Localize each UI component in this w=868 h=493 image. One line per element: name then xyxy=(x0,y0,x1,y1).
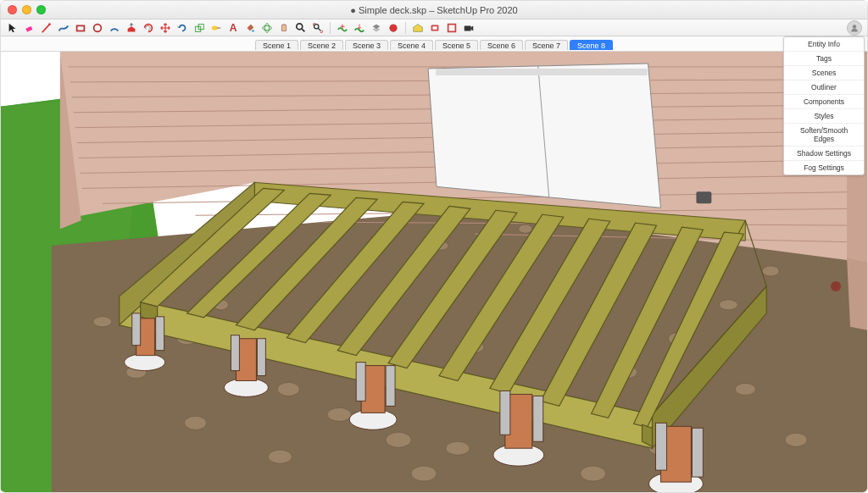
offset-tool[interactable] xyxy=(142,21,155,35)
svg-rect-0 xyxy=(25,25,32,31)
svg-point-3 xyxy=(94,24,102,31)
arc-tool[interactable] xyxy=(108,21,121,35)
scene-tab[interactable]: Scene 5 xyxy=(435,40,478,50)
svg-point-42 xyxy=(185,416,207,429)
text-tool[interactable]: A xyxy=(226,21,240,35)
line-tool[interactable] xyxy=(40,21,53,35)
scale-tool[interactable] xyxy=(192,21,206,35)
svg-point-9 xyxy=(264,23,269,32)
scene-tab[interactable]: Scene 6 xyxy=(480,40,523,50)
svg-point-53 xyxy=(125,354,165,371)
toolbar-separator xyxy=(405,22,406,34)
main-toolbar: A xyxy=(1,19,867,36)
tray-item-outliner[interactable]: Outliner xyxy=(784,80,864,95)
svg-point-47 xyxy=(519,224,532,233)
freehand-tool[interactable] xyxy=(57,21,70,35)
scene-tab[interactable]: Scene 1 xyxy=(255,40,298,50)
svg-rect-55 xyxy=(132,313,141,346)
svg-point-26 xyxy=(327,407,351,421)
svg-rect-64 xyxy=(386,366,395,407)
svg-rect-51 xyxy=(696,191,711,203)
svg-rect-71 xyxy=(655,423,666,470)
user-account-button[interactable] xyxy=(847,20,862,36)
tray-item-entity-info[interactable]: Entity Info xyxy=(784,37,864,52)
svg-point-27 xyxy=(386,432,411,447)
scene-tab[interactable]: Scene 4 xyxy=(390,40,433,50)
svg-rect-63 xyxy=(356,363,365,402)
minimize-window-button[interactable] xyxy=(22,5,31,14)
svg-point-13 xyxy=(390,24,398,31)
close-window-button[interactable] xyxy=(8,5,17,14)
scene-tab[interactable]: Scene 3 xyxy=(345,40,388,50)
svg-rect-56 xyxy=(156,317,164,351)
zoom-tool[interactable] xyxy=(294,21,308,35)
pan-tool[interactable] xyxy=(277,21,291,35)
rectangle-tool[interactable] xyxy=(74,21,87,35)
svg-point-8 xyxy=(263,25,272,30)
scene-tab[interactable]: Scene 7 xyxy=(525,40,568,50)
tray-item-tags[interactable]: Tags xyxy=(784,52,864,66)
tape-measure-tool[interactable] xyxy=(209,21,223,35)
svg-point-28 xyxy=(446,441,470,455)
zoom-extents-tool[interactable] xyxy=(311,21,325,35)
svg-point-18 xyxy=(853,25,857,29)
scene-tabs: Scene 1 Scene 2 Scene 3 Scene 4 Scene 5 … xyxy=(1,36,867,52)
color-pick-tool[interactable] xyxy=(387,21,400,35)
svg-point-40 xyxy=(411,466,437,481)
orbit-tool[interactable] xyxy=(260,21,274,35)
svg-rect-67 xyxy=(500,391,510,435)
eraser-tool[interactable] xyxy=(23,21,36,35)
sandbox-add-tool[interactable] xyxy=(336,21,349,35)
svg-rect-68 xyxy=(533,396,543,441)
warehouse-button[interactable] xyxy=(411,21,425,35)
toolbar-separator xyxy=(330,22,331,34)
circle-tool[interactable] xyxy=(91,21,104,35)
svg-point-1 xyxy=(48,23,51,25)
layout-button[interactable] xyxy=(445,21,459,35)
svg-point-34 xyxy=(762,266,779,276)
tray-item-styles[interactable]: Styles xyxy=(784,109,864,124)
svg-rect-59 xyxy=(231,335,239,371)
outer-shell-tool[interactable] xyxy=(370,21,383,35)
move-tool[interactable] xyxy=(159,21,172,35)
svg-point-39 xyxy=(581,466,606,481)
window-controls xyxy=(8,5,46,14)
window-title: ● Simple deck.skp – SketchUp Pro 2020 xyxy=(350,5,517,15)
svg-point-7 xyxy=(252,30,254,32)
svg-rect-17 xyxy=(465,25,471,30)
svg-rect-2 xyxy=(77,25,85,30)
app-window: ● Simple deck.skp – SketchUp Pro 2020 A xyxy=(0,0,868,493)
svg-point-10 xyxy=(297,23,303,29)
svg-point-33 xyxy=(719,300,737,310)
svg-rect-60 xyxy=(257,339,265,376)
select-tool[interactable] xyxy=(6,21,19,35)
sandbox-drape-tool[interactable] xyxy=(353,21,366,35)
scene-tab[interactable]: Scene 8 xyxy=(570,40,613,50)
titlebar: ● Simple deck.skp – SketchUp Pro 2020 xyxy=(1,1,867,19)
tray-item-fog-settings[interactable]: Fog Settings xyxy=(784,161,864,174)
scene-tab[interactable]: Scene 2 xyxy=(300,40,343,50)
rotate-tool[interactable] xyxy=(175,21,189,35)
tray-item-scenes[interactable]: Scenes xyxy=(784,66,864,80)
extension-warehouse-button[interactable] xyxy=(428,21,442,35)
default-tray: Entity Info Tags Scenes Outliner Compone… xyxy=(783,36,865,175)
model-viewport[interactable] xyxy=(1,52,867,492)
svg-point-25 xyxy=(277,382,299,396)
svg-rect-15 xyxy=(432,26,437,30)
paint-bucket-tool[interactable] xyxy=(243,21,257,35)
svg-rect-16 xyxy=(448,24,456,31)
maximize-window-button[interactable] xyxy=(36,5,46,14)
svg-point-41 xyxy=(268,450,292,463)
tray-item-soften-smooth[interactable]: Soften/Smooth Edges xyxy=(784,124,864,147)
svg-point-52 xyxy=(831,281,841,291)
svg-point-44 xyxy=(93,317,112,327)
push-pull-tool[interactable] xyxy=(125,21,138,35)
svg-point-37 xyxy=(785,433,807,446)
svg-rect-72 xyxy=(692,428,703,477)
svg-point-36 xyxy=(735,383,755,395)
svg-point-6 xyxy=(212,25,218,30)
advanced-camera-button[interactable] xyxy=(462,21,476,35)
svg-rect-50 xyxy=(436,69,648,75)
tray-item-components[interactable]: Components xyxy=(784,95,864,109)
tray-item-shadow-settings[interactable]: Shadow Settings xyxy=(784,147,864,161)
